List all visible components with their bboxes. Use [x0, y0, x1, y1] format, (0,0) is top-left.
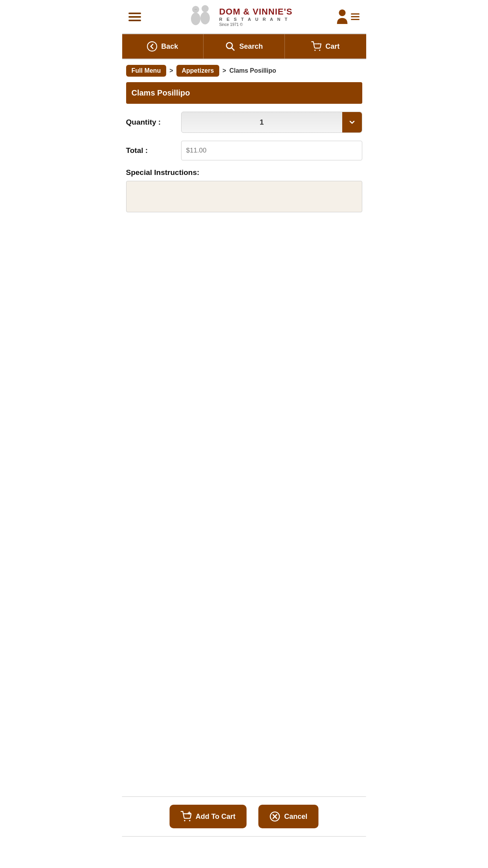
special-instructions-section: Special Instructions:	[126, 168, 362, 214]
quantity-dropdown-icon[interactable]	[342, 112, 362, 132]
search-label: Search	[239, 42, 263, 51]
toolbar: Back Search + Cart	[122, 34, 366, 59]
item-title-bar: Clams Posillipo	[126, 82, 362, 104]
logo-container: DOM & VINNIE'S R E S T A U R A N T Since…	[185, 4, 293, 29]
logo-since-label: Since 1971 ©	[219, 22, 243, 27]
person-silhouette-icon	[336, 9, 349, 25]
logo-restaurant-label: R E S T A U R A N T	[219, 17, 289, 22]
quantity-row: Quantity :	[126, 112, 362, 133]
breadcrumb: Full Menu > Appetizers > Clams Posillipo	[122, 59, 366, 82]
back-arrow-icon	[147, 41, 157, 51]
quantity-label: Quantity :	[126, 118, 181, 127]
logo-figures	[185, 4, 216, 29]
svg-line-8	[232, 48, 234, 50]
appetizers-breadcrumb[interactable]: Appetizers	[176, 65, 220, 77]
user-menu-icon[interactable]	[336, 9, 360, 25]
breadcrumb-separator-2: >	[222, 67, 226, 74]
svg-text:+: +	[318, 42, 319, 45]
search-icon	[225, 41, 235, 51]
svg-point-2	[202, 5, 209, 12]
svg-point-3	[200, 12, 210, 24]
form-area: Quantity : Total : Special Instructions:	[122, 104, 366, 222]
hamburger-menu-icon[interactable]	[128, 13, 141, 21]
total-input	[181, 141, 362, 160]
search-button[interactable]: Search	[204, 34, 285, 59]
cart-icon: +	[311, 41, 321, 51]
back-button[interactable]: Back	[122, 34, 204, 59]
cart-label: Cart	[325, 42, 339, 51]
svg-point-9	[314, 50, 316, 51]
svg-point-10	[319, 50, 320, 51]
full-menu-breadcrumb[interactable]: Full Menu	[126, 65, 167, 77]
logo-text: DOM & VINNIE'S R E S T A U R A N T Since…	[219, 7, 293, 27]
quantity-input[interactable]	[182, 112, 342, 132]
item-title: Clams Posillipo	[132, 88, 190, 97]
special-instructions-input[interactable]	[126, 181, 362, 212]
breadcrumb-separator-1: >	[169, 67, 173, 74]
special-instructions-label: Special Instructions:	[126, 168, 362, 177]
svg-point-1	[191, 13, 200, 25]
app-header: DOM & VINNIE'S R E S T A U R A N T Since…	[122, 0, 366, 34]
current-page-breadcrumb: Clams Posillipo	[229, 67, 276, 74]
total-row: Total :	[126, 141, 362, 160]
back-label: Back	[161, 42, 178, 51]
logo-brand-name: DOM & VINNIE'S	[219, 7, 293, 17]
svg-point-6	[147, 42, 157, 51]
cart-button[interactable]: + Cart	[285, 34, 366, 59]
quantity-selector[interactable]	[181, 112, 362, 133]
bottom-white-area	[122, 340, 366, 403]
total-label: Total :	[126, 146, 181, 155]
svg-point-5	[339, 9, 346, 16]
